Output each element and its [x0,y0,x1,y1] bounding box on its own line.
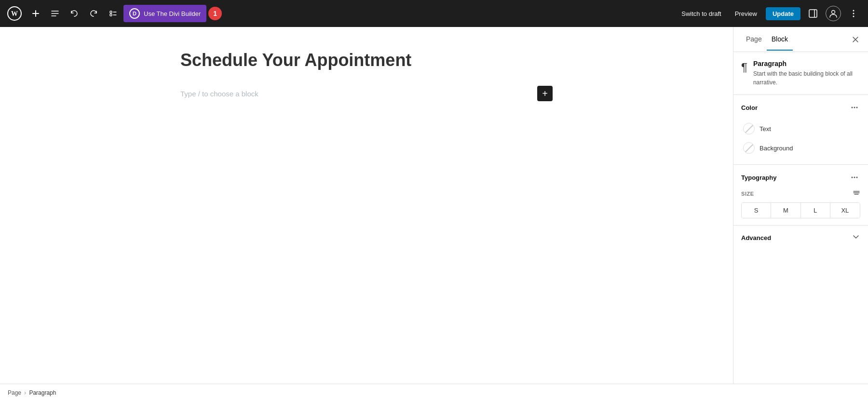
background-color-option[interactable]: Background [741,138,860,158]
block-description: Start with the basic building block of a… [753,69,860,87]
block-info: ¶ Paragraph Start with the basic buildin… [733,52,868,95]
background-color-circle [743,142,755,154]
svg-point-11 [856,107,858,108]
notification-badge[interactable]: 1 [208,7,222,20]
color-section-header: Color [741,102,860,113]
toolbar-right: Switch to draft Preview Update [677,5,862,22]
toolbar-left: W [6,5,222,22]
svg-point-9 [852,107,853,108]
switch-draft-btn[interactable]: Switch to draft [677,7,726,20]
typography-section-header: Typography [741,172,860,183]
block-info-text: Paragraph Start with the basic building … [753,60,860,87]
preview-btn[interactable]: Preview [730,7,762,20]
breadcrumb-page[interactable]: Page [8,389,21,396]
breadcrumb-separator: › [24,389,26,396]
svg-point-6 [853,10,854,12]
tools-btn[interactable] [46,5,64,22]
redo-btn[interactable] [85,5,102,22]
editor-content: Schedule Your Appointment Type / to choo… [169,50,564,103]
sidebar-toggle-btn[interactable] [804,5,822,22]
wp-logo[interactable]: W [6,5,23,22]
advanced-header[interactable]: Advanced [741,232,860,243]
undo-btn[interactable] [66,5,83,22]
typography-section-title: Typography [741,174,776,181]
divi-icon: D [129,8,140,19]
tab-block[interactable]: Block [767,28,793,51]
block-placeholder: Type / to choose a block + [180,84,553,103]
close-sidebar-btn[interactable] [849,33,862,46]
page-title[interactable]: Schedule Your Appointment [180,50,553,70]
block-name: Paragraph [753,60,860,67]
svg-point-5 [832,11,835,14]
typography-section: Typography SIZE S [733,165,868,226]
size-xl-btn[interactable]: XL [830,203,860,218]
svg-point-8 [853,16,854,17]
size-controls-icon[interactable] [853,189,860,199]
background-color-label: Background [760,145,793,152]
svg-point-13 [854,177,855,178]
more-options-btn[interactable] [845,5,862,22]
placeholder-text[interactable]: Type / to choose a block [180,90,258,98]
color-options-btn[interactable] [849,102,860,113]
size-label: SIZE [741,189,860,199]
size-m-btn[interactable]: M [771,203,800,218]
toolbar: W [0,0,868,27]
advanced-title: Advanced [741,234,771,241]
svg-rect-2 [110,11,112,13]
typography-options-btn[interactable] [849,172,860,183]
text-color-option[interactable]: Text [741,119,860,138]
svg-point-7 [853,13,854,14]
breadcrumb-current: Paragraph [29,389,56,396]
svg-point-10 [854,107,855,108]
svg-rect-4 [809,10,817,17]
size-s-btn[interactable]: S [742,203,771,218]
svg-point-12 [852,177,853,178]
text-color-circle [743,123,755,134]
tab-page[interactable]: Page [741,28,767,51]
divi-builder-btn[interactable]: D Use The Divi Builder [123,5,206,22]
breadcrumb: Page › Paragraph [0,384,868,401]
main-layout: Schedule Your Appointment Type / to choo… [0,27,868,384]
update-btn[interactable]: Update [766,7,800,20]
add-block-toolbar-btn[interactable] [27,5,44,22]
color-section: Color Text Background [733,95,868,165]
size-l-btn[interactable]: L [801,203,830,218]
advanced-section: Advanced [733,226,868,250]
text-color-label: Text [760,125,771,133]
chevron-down-icon [852,232,860,243]
editor-area: Schedule Your Appointment Type / to choo… [0,27,733,384]
svg-rect-3 [110,14,112,16]
user-avatar[interactable] [826,6,841,21]
add-block-editor-btn[interactable]: + [537,86,553,101]
right-sidebar: Page Block ¶ Paragraph Start with the ba… [733,27,868,384]
sidebar-tabs: Page Block [733,27,868,52]
list-view-btn[interactable] [104,5,122,22]
svg-point-14 [856,177,858,178]
paragraph-icon: ¶ [741,61,747,74]
size-buttons: S M L XL [741,202,860,218]
color-section-title: Color [741,104,758,111]
svg-text:W: W [11,10,18,17]
